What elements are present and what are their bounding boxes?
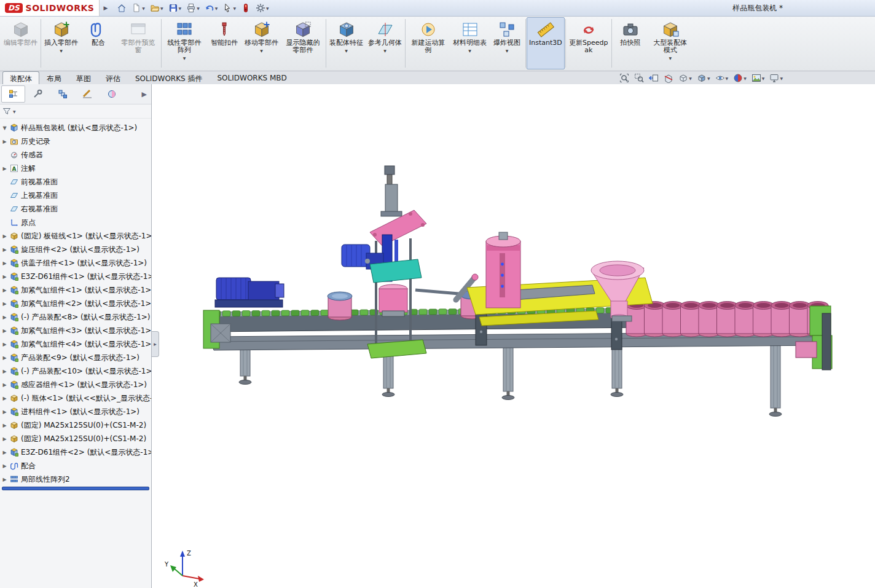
propertymanager-tab[interactable] — [26, 85, 50, 103]
bill-of-materials-button[interactable]: 材料明细表▼ — [450, 17, 489, 69]
tree-item[interactable]: ▶加紧气缸组件<4> (默认<显示状态-1>) — [0, 337, 151, 351]
dropdown-arrow-icon[interactable]: ▼ — [707, 76, 710, 80]
graphics-viewport[interactable]: Z X Y — [152, 84, 875, 588]
dropdown-arrow-icon[interactable]: ▼ — [197, 6, 200, 10]
tab-5[interactable]: SOLIDWORKS MBD — [210, 71, 294, 85]
mate-button[interactable]: 配合 — [80, 17, 116, 69]
dropdown-arrow-icon[interactable]: ▼ — [669, 55, 672, 62]
expand-arrow-icon[interactable]: ▶ — [2, 463, 7, 469]
tree-item[interactable]: ▶历史记录 — [0, 135, 151, 148]
filter-dropdown-arrow-icon[interactable]: ▼ — [13, 109, 16, 114]
expand-arrow-icon[interactable]: ▶ — [2, 233, 7, 239]
apply-scene-button[interactable]: ▼ — [751, 73, 765, 83]
linear-pattern-button[interactable]: 线性零部件阵列▼ — [162, 17, 206, 69]
edit-component-button[interactable]: 编辑零部件 — [1, 17, 40, 69]
expand-arrow-icon[interactable]: ▶ — [2, 382, 7, 388]
take-snapshot-button[interactable]: 拍快照 — [613, 17, 648, 69]
configurationmanager-tab[interactable] — [50, 85, 74, 103]
section-view-button[interactable] — [664, 73, 673, 83]
large-assembly-mode-button[interactable]: 大型装配体模式▼ — [648, 17, 693, 69]
displaymanager-tab[interactable] — [100, 85, 124, 103]
tree-item[interactable]: ▶加紧气缸组件<2> (默认<显示状态-1>) — [0, 297, 151, 310]
tree-item[interactable]: ▶(-) 产品装配<10> (默认<显示状态-1>) — [0, 364, 151, 378]
dropdown-arrow-icon[interactable]: ▼ — [468, 47, 471, 55]
tree-item[interactable]: 原点 — [0, 216, 151, 229]
tree-item[interactable]: ▶配合 — [0, 459, 151, 472]
assembly-features-button[interactable]: 装配体特征▼ — [327, 17, 366, 69]
home-button[interactable] — [115, 2, 128, 14]
reference-geometry-button[interactable]: 参考几何体▼ — [366, 17, 404, 69]
expand-arrow-icon[interactable]: ▼ — [2, 125, 7, 131]
pink-cylinder-vessel[interactable] — [486, 232, 520, 308]
filter-icon[interactable] — [2, 107, 11, 116]
tab-4[interactable]: SOLIDWORKS 插件 — [128, 71, 210, 85]
tab-3[interactable]: 评估 — [98, 71, 128, 85]
view-settings-button[interactable]: ▼ — [769, 73, 783, 83]
expand-arrow-icon[interactable]: ▶ — [2, 139, 7, 144]
expand-arrow-icon[interactable]: ▶ — [2, 369, 7, 374]
component-preview-button[interactable]: 零部件预览窗 — [116, 17, 160, 69]
new-motion-study-button[interactable]: 新建运动算例 — [406, 17, 450, 69]
bottle-row[interactable] — [626, 302, 828, 337]
expand-arrow-icon[interactable]: ▶ — [2, 288, 7, 293]
expand-arrow-icon[interactable]: ▶ — [2, 396, 7, 401]
expand-arrow-icon[interactable]: ▶ — [2, 261, 7, 266]
expand-arrow-icon[interactable]: ▶ — [2, 315, 7, 320]
expand-arrow-icon[interactable]: ▶ — [2, 355, 7, 361]
tree-item[interactable]: ▶(-) 产品装配<8> (默认<显示状态-1>) — [0, 310, 151, 324]
tree-item[interactable]: 右视基准面 — [0, 202, 151, 216]
dropdown-arrow-icon[interactable]: ▼ — [780, 76, 783, 80]
new-document-button[interactable]: ▼ — [130, 2, 147, 14]
rebuild-button[interactable] — [239, 2, 253, 14]
tree-item[interactable]: 前视基准面 — [0, 175, 151, 189]
menu-expand-arrow[interactable]: ▶ — [100, 5, 111, 11]
print-button[interactable]: ▼ — [184, 2, 202, 14]
expand-arrow-icon[interactable]: ▶ — [2, 342, 7, 347]
view-orientation-button[interactable]: ▼ — [678, 73, 692, 83]
tree-item[interactable]: ▶(固定) MA25x125SU(0)+(CS1-M-2) — [0, 418, 151, 432]
expand-arrow-icon[interactable]: ▶ — [2, 247, 7, 253]
smart-fasteners-button[interactable]: 智能扣件 — [206, 17, 242, 69]
dropdown-arrow-icon[interactable]: ▼ — [345, 47, 348, 55]
edit-appearance-button[interactable]: ▼ — [733, 73, 747, 83]
tree-item[interactable]: ▶进料组件<1> (默认<显示状态-1>) — [0, 405, 151, 418]
tree-item[interactable]: ▶感应器组件<1> (默认<显示状态-1>) — [0, 378, 151, 391]
featuremanager-tab[interactable] — [1, 85, 25, 103]
dropdown-arrow-icon[interactable]: ▼ — [689, 76, 692, 80]
insert-components-button[interactable]: 插入零部件▼ — [42, 17, 80, 69]
dropdown-arrow-icon[interactable]: ▼ — [233, 6, 236, 10]
tree-item[interactable]: ▶(固定) 板链线<1> (默认<显示状态-1>) — [0, 229, 151, 243]
dropdown-arrow-icon[interactable]: ▼ — [160, 6, 163, 10]
move-component-button[interactable]: 移动零部件▼ — [242, 17, 281, 69]
expand-arrow-icon[interactable]: ▶ — [2, 301, 7, 307]
dropdown-arrow-icon[interactable]: ▼ — [260, 47, 263, 55]
dropdown-arrow-icon[interactable]: ▼ — [266, 6, 269, 10]
dropdown-arrow-icon[interactable]: ▼ — [183, 55, 186, 62]
tree-item[interactable]: ▶加紧气缸组件<3> (默认<显示状态-1>) — [0, 324, 151, 337]
instant3d-button[interactable]: Instant3D — [527, 17, 565, 69]
conveyor-legs[interactable] — [239, 339, 782, 417]
update-speedpak-button[interactable]: 更新Speedpak — [567, 17, 611, 69]
capped-jar-left[interactable] — [328, 292, 352, 320]
tree-item[interactable]: ▶旋压组件<2> (默认<显示状态-1>) — [0, 243, 151, 256]
tree-item[interactable]: ▶(-) 瓶体<1> (默认<<默认>_显示状态-1>) — [0, 391, 151, 405]
options-gear-button[interactable]: ▼ — [254, 2, 271, 14]
tab-1[interactable]: 布局 — [39, 71, 69, 85]
expand-arrow-icon[interactable]: ▶ — [2, 274, 7, 280]
save-button[interactable]: ▼ — [167, 2, 184, 14]
undo-button[interactable]: ▼ — [203, 2, 220, 14]
tree-item[interactable]: ▶(固定) MA25x125SU(0)+(CS1-M-2) — [0, 432, 151, 445]
tree-item[interactable]: ▶加紧气缸组件<1> (默认<显示状态-1>) — [0, 283, 151, 297]
expand-arrow-icon[interactable]: ▶ — [2, 166, 7, 171]
dropdown-arrow-icon[interactable]: ▼ — [215, 6, 218, 10]
dropdown-arrow-icon[interactable]: ▼ — [383, 47, 386, 55]
dropdown-arrow-icon[interactable]: ▼ — [762, 76, 765, 80]
dropdown-arrow-icon[interactable]: ▼ — [142, 6, 145, 10]
display-style-button[interactable]: ▼ — [697, 73, 710, 83]
tree-item[interactable]: ▶E3Z-D61组件<1> (默认<显示状态-1>) — [0, 270, 151, 283]
exploded-view-button[interactable]: 爆炸视图▼ — [489, 17, 525, 69]
tree-item[interactable]: ▶局部线性阵列2 — [0, 472, 151, 486]
dropdown-arrow-icon[interactable]: ▼ — [179, 6, 182, 10]
expand-arrow-icon[interactable]: ▶ — [2, 423, 7, 428]
expand-arrow-icon[interactable]: ▶ — [2, 450, 7, 455]
